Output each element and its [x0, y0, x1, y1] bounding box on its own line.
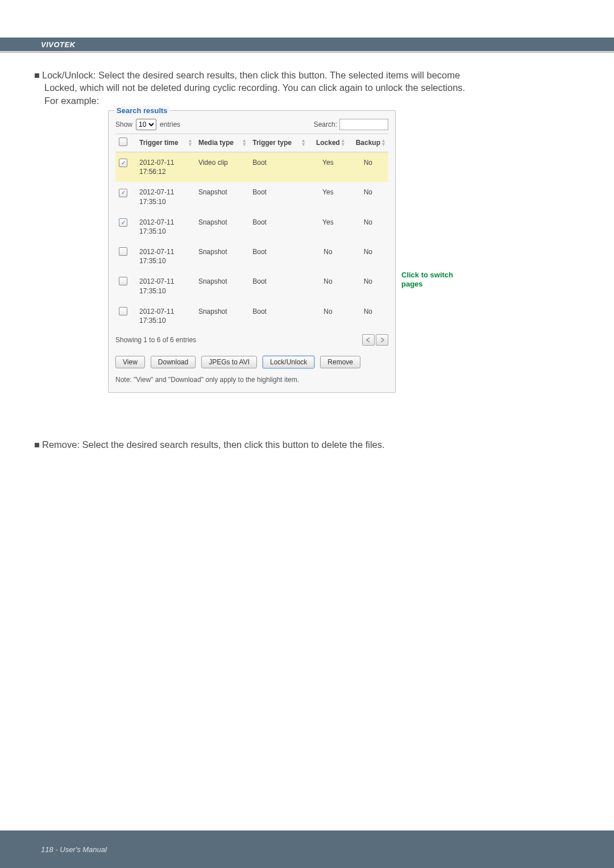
- cell-backup: No: [348, 212, 388, 242]
- sort-icon: ▲▼: [188, 139, 193, 147]
- cell-media-type: Snapshot: [195, 301, 249, 331]
- footer-bar: 118 - User's Manual: [0, 830, 614, 868]
- cell-trigger-time: 2012-07-1117:35:10: [139, 248, 174, 265]
- table-row[interactable]: ✓2012-07-1117:35:10SnapshotBootYesNo: [115, 212, 388, 242]
- cell-trigger-time: 2012-07-1117:35:10: [139, 218, 174, 235]
- cell-backup: No: [348, 271, 388, 301]
- col-locked[interactable]: Locked ▲▼: [308, 134, 348, 152]
- remove-paragraph: ■ Remove: Select the desired search resu…: [34, 438, 580, 451]
- annotation-text: Click to switch pages: [401, 271, 470, 289]
- sort-icon: ▲▼: [381, 139, 386, 147]
- entries-selector: Show 10 entries: [115, 119, 180, 130]
- cell-locked: Yes: [308, 212, 348, 242]
- show-label-right: entries: [160, 120, 180, 129]
- row-checkbox[interactable]: ✓: [119, 189, 127, 197]
- cell-locked: No: [308, 271, 348, 301]
- lock-line2: Locked, which will not be deleted during…: [44, 81, 580, 94]
- cell-locked: Yes: [308, 182, 348, 211]
- bullet-icon: ■: [34, 438, 42, 451]
- row-checkbox[interactable]: [119, 307, 127, 315]
- remove-line: Remove: Select the desired search result…: [42, 439, 385, 450]
- lock-line3: For example:: [44, 94, 580, 107]
- annotation-line2: pages: [401, 280, 423, 288]
- row-checkbox[interactable]: ✓: [119, 159, 127, 167]
- cell-locked: No: [308, 242, 348, 271]
- cell-trigger-type: Boot: [249, 212, 308, 242]
- cell-trigger-type: Boot: [249, 152, 308, 182]
- lock-unlock-button[interactable]: Lock/Unlock: [263, 356, 314, 368]
- cell-backup: No: [348, 301, 388, 331]
- cell-media-type: Snapshot: [195, 242, 249, 271]
- cell-trigger-time: 2012-07-1117:35:10: [139, 188, 174, 205]
- col-media-type-label: Media type: [198, 139, 234, 147]
- brand-strip: VIVOTEK: [0, 38, 614, 51]
- pager-prev[interactable]: [362, 334, 375, 346]
- cell-backup: No: [348, 182, 388, 211]
- col-trigger-time[interactable]: Trigger time ▲▼: [136, 134, 195, 152]
- header-spacer: [0, 0, 614, 38]
- header-divider: [0, 52, 614, 53]
- bullet-icon: ■: [34, 69, 42, 81]
- cell-media-type: Snapshot: [195, 212, 249, 242]
- entries-select[interactable]: 10: [136, 119, 156, 130]
- col-backup[interactable]: Backup ▲▼: [348, 134, 388, 152]
- cell-trigger-time: 2012-07-1117:56:12: [139, 159, 174, 176]
- table-row[interactable]: ✓2012-07-1117:35:10SnapshotBootYesNo: [115, 182, 388, 211]
- row-checkbox[interactable]: ✓: [119, 218, 127, 227]
- cell-backup: No: [348, 242, 388, 271]
- table-row[interactable]: 2012-07-1117:35:10SnapshotBootNoNo: [115, 242, 388, 271]
- col-backup-label: Backup: [356, 139, 380, 147]
- cell-trigger-type: Boot: [249, 301, 308, 331]
- cell-media-type: Snapshot: [195, 182, 249, 211]
- note-text: Note: "View" and "Download" only apply t…: [115, 375, 388, 384]
- col-locked-label: Locked: [316, 139, 340, 147]
- search-label: Search:: [314, 120, 337, 129]
- panel-legend: Search results: [114, 106, 170, 116]
- cell-trigger-time: 2012-07-1117:35:10: [139, 308, 174, 325]
- lock-line1: Lock/Unlock: Select the desired search r…: [42, 70, 460, 80]
- view-button[interactable]: View: [115, 356, 145, 368]
- cell-trigger-type: Boot: [249, 242, 308, 271]
- search-results-panel: Search results Show 10 entries Search:: [108, 110, 396, 393]
- annotation-line1: Click to switch: [401, 271, 453, 279]
- cell-media-type: Snapshot: [195, 271, 249, 301]
- remove-button[interactable]: Remove: [320, 356, 360, 368]
- row-checkbox[interactable]: [119, 247, 127, 256]
- col-trigger-type-label: Trigger type: [252, 139, 292, 147]
- cell-backup: No: [348, 152, 388, 182]
- cell-trigger-type: Boot: [249, 182, 308, 211]
- select-all-checkbox[interactable]: [119, 138, 127, 146]
- jpegs-to-avi-button[interactable]: JPEGs to AVI: [201, 356, 257, 368]
- cell-trigger-time: 2012-07-1117:35:10: [139, 277, 174, 294]
- cell-locked: No: [308, 301, 348, 331]
- results-table: Trigger time ▲▼ Media type ▲▼ Trigger ty…: [115, 134, 388, 331]
- brand-text: VIVOTEK: [41, 40, 76, 49]
- show-label-left: Show: [115, 120, 132, 129]
- cell-trigger-type: Boot: [249, 271, 308, 301]
- table-row[interactable]: ✓2012-07-1117:56:12Video clipBootYesNo: [115, 152, 388, 182]
- sort-icon: ▲▼: [341, 139, 346, 147]
- cell-media-type: Video clip: [195, 152, 249, 182]
- cell-locked: Yes: [308, 152, 348, 182]
- footer-text: 118 - User's Manual: [41, 845, 107, 854]
- table-row[interactable]: 2012-07-1117:35:10SnapshotBootNoNo: [115, 271, 388, 301]
- lock-unlock-paragraph: ■ Lock/Unlock: Select the desired search…: [34, 69, 580, 107]
- chevron-left-icon: [366, 338, 371, 342]
- row-checkbox[interactable]: [119, 277, 127, 285]
- col-media-type[interactable]: Media type ▲▼: [195, 134, 249, 152]
- sort-icon: ▲▼: [301, 139, 306, 147]
- table-row[interactable]: 2012-07-1117:35:10SnapshotBootNoNo: [115, 301, 388, 331]
- pager-next[interactable]: [376, 334, 388, 346]
- col-trigger-time-label: Trigger time: [139, 139, 179, 147]
- pager: [362, 334, 388, 346]
- showing-text: Showing 1 to 6 of 6 entries: [115, 335, 196, 344]
- chevron-right-icon: [380, 338, 384, 342]
- sort-icon: ▲▼: [242, 139, 247, 147]
- search-input[interactable]: [339, 119, 388, 130]
- col-trigger-type[interactable]: Trigger type ▲▼: [249, 134, 308, 152]
- download-button[interactable]: Download: [151, 356, 196, 368]
